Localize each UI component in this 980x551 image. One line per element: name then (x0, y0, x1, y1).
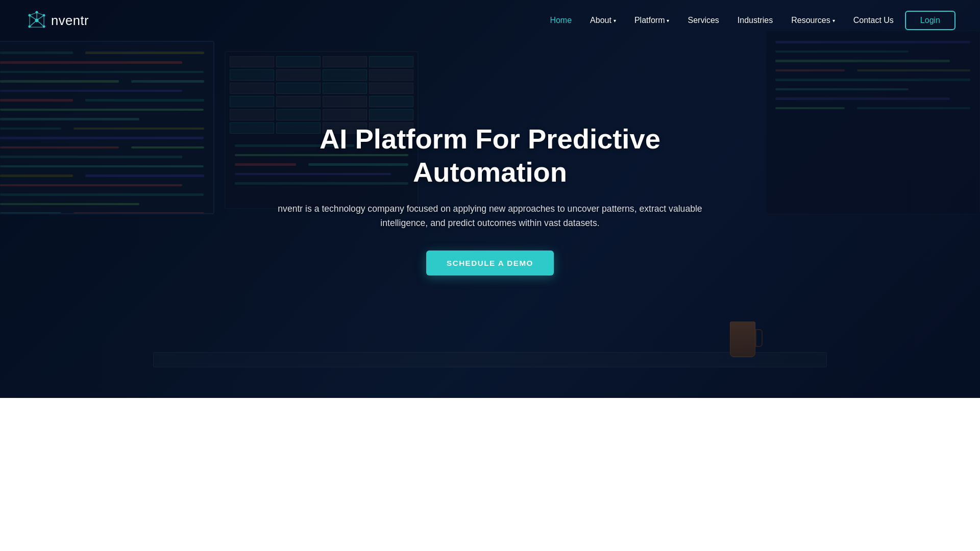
hero-subtitle: nventr is a technology company focused o… (273, 202, 707, 230)
schedule-demo-button[interactable]: SCHEDULE A DEMO (426, 251, 554, 276)
svg-line-14 (38, 13, 43, 15)
nav-link-industries[interactable]: Industries (730, 12, 780, 29)
below-hero-section (0, 398, 980, 429)
navbar: nventr Home About ▾ Platform ▾ Services … (0, 0, 980, 41)
nav-link-about[interactable]: About ▾ (583, 12, 623, 29)
nav-item-resources: Resources ▾ (784, 12, 842, 29)
nav-item-platform: Platform ▾ (627, 12, 677, 29)
nav-link-resources[interactable]: Resources ▾ (784, 12, 842, 29)
hero-content: AI Platform For Predictive Automation nv… (260, 122, 720, 276)
nav-item-industries: Industries (730, 12, 780, 29)
platform-chevron-icon: ▾ (667, 18, 669, 23)
svg-line-7 (31, 21, 35, 26)
nav-item-contact: Contact Us (846, 12, 901, 29)
about-chevron-icon: ▾ (614, 18, 616, 23)
nav-menu: Home About ▾ Platform ▾ Services Industr… (543, 11, 955, 30)
svg-point-3 (43, 26, 45, 28)
hero-section: AI Platform For Predictive Automation nv… (0, 0, 980, 398)
svg-line-10 (38, 16, 43, 19)
nav-link-platform[interactable]: Platform ▾ (627, 12, 677, 29)
login-button[interactable]: Login (905, 11, 955, 30)
svg-point-1 (36, 11, 38, 14)
brand-name: nventr (51, 13, 89, 28)
svg-point-2 (29, 26, 31, 28)
nav-item-home: Home (543, 12, 579, 29)
resources-chevron-icon: ▾ (832, 18, 835, 23)
svg-line-13 (31, 13, 36, 15)
brand-logo-link[interactable]: nventr (24, 8, 89, 33)
svg-line-9 (31, 16, 36, 19)
nav-item-services: Services (680, 12, 726, 29)
nav-item-about: About ▾ (583, 12, 623, 29)
nav-item-login: Login (905, 11, 955, 30)
hero-title: AI Platform For Predictive Automation (273, 122, 707, 189)
svg-line-8 (38, 21, 43, 26)
nav-link-services[interactable]: Services (680, 12, 726, 29)
nav-link-contact[interactable]: Contact Us (846, 12, 901, 29)
brand-logo-icon (24, 8, 49, 33)
nav-link-home[interactable]: Home (543, 12, 579, 29)
